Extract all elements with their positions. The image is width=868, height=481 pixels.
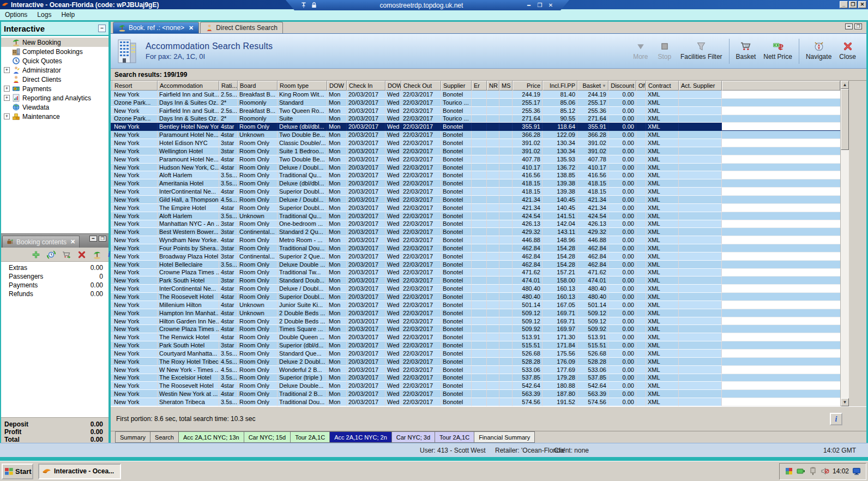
table-row[interactable]: New YorkAloft Harlem3.5s...Room OnlyTrad… — [111, 171, 840, 179]
toolbar-close-button[interactable]: Close — [835, 34, 860, 68]
table-row[interactable]: New YorkThe Excelsior Hotel3.5s...Room O… — [111, 374, 840, 382]
sidebar-item-payments[interactable]: +Payments — [1, 84, 108, 93]
column-header-act-supplier[interactable]: Act. Supplier — [679, 81, 722, 91]
taskbar-task-button[interactable]: Interactive - Ocea... — [38, 464, 121, 479]
table-row[interactable]: New YorkFairfield Inn and Suit...2.5s...… — [111, 107, 840, 115]
table-row[interactable]: New YorkBroadway Plaza Hotel3starContine… — [111, 252, 840, 261]
table-row[interactable]: New YorkFairfield Inn and Suit...2.5s...… — [111, 91, 840, 99]
table-row[interactable]: New YorkThe Roosevelt Hotel4starRoom Onl… — [111, 293, 840, 301]
vertical-scrollbar[interactable]: ▲ ▼ — [840, 81, 849, 406]
scroll-up-icon[interactable]: ▲ — [841, 81, 849, 89]
table-row[interactable]: New YorkSheraton Tribeca3.5s...Room Only… — [111, 398, 840, 406]
bottom-tab-search[interactable]: Search — [150, 431, 179, 443]
sidebar-item-administrator[interactable]: +Administrator — [1, 65, 108, 75]
sidebar-collapse-button[interactable]: – — [98, 25, 106, 32]
column-header-ms[interactable]: MS — [499, 81, 513, 91]
table-row[interactable]: Ozone Park...Days Inn & Suites Oz...2*Ro… — [111, 115, 840, 123]
column-header-dow[interactable]: DOW — [327, 81, 347, 91]
basket-move-icon[interactable] — [62, 250, 71, 259]
table-row[interactable]: New YorkBentley Hotel New York4starRoom … — [111, 123, 840, 131]
table-row[interactable]: New YorkHilton Garden Inn Ne...4starRoom… — [111, 317, 840, 326]
bottom-tab-car-nyc-3d[interactable]: Car NYC; 3d — [391, 431, 435, 443]
expand-icon[interactable]: + — [4, 86, 10, 92]
menu-logs[interactable]: Logs — [32, 9, 56, 20]
scrollbar-thumb[interactable] — [841, 89, 849, 150]
table-row[interactable]: New YorkThe Roosevelt Hotel4starRoom Onl… — [111, 382, 840, 390]
table-row[interactable]: New YorkThe Empire Hotel4starRoom OnlySu… — [111, 204, 840, 212]
menu-help[interactable]: Help — [56, 9, 80, 20]
booking-contents-minimize-button[interactable]: ━ — [89, 236, 97, 242]
table-row[interactable]: New YorkAloft Harlem3.5s...UnknownTradit… — [111, 212, 840, 220]
sidebar-item-quick-quotes[interactable]: Quick Quotes — [1, 56, 108, 65]
panel-maximize-button[interactable]: ❐ — [854, 23, 862, 29]
table-row[interactable]: New YorkPark South Hotel3starRoom OnlySu… — [111, 341, 840, 350]
palm-icon[interactable] — [93, 250, 101, 259]
table-row[interactable]: New YorkWyndham New Yorke...4starRoom On… — [111, 236, 840, 244]
column-header-discount[interactable]: Discount — [608, 81, 636, 91]
table-row[interactable]: New YorkBest Western Bower...3starContin… — [111, 228, 840, 236]
add-icon[interactable] — [32, 250, 40, 259]
bottom-tab-financial-summary[interactable]: Financial Summary — [474, 431, 535, 443]
table-row[interactable]: New YorkManhattan NYC - An ...3starRoom … — [111, 220, 840, 229]
info-icon[interactable]: i — [108, 250, 110, 259]
table-row[interactable]: New YorkW New York - Times ...4.5s...Roo… — [111, 366, 840, 374]
booking-contents-close-icon[interactable]: ✕ — [70, 238, 75, 245]
table-row[interactable]: New YorkGild Hall, a Thompson...4.5s...R… — [111, 196, 840, 204]
pin-icon[interactable] — [300, 2, 308, 9]
start-button[interactable]: Start — [2, 464, 33, 479]
bottom-tab-acc-2a-1c-nyc-13n[interactable]: Acc 2A,1C NYC; 13n — [178, 431, 244, 443]
toolbar-basket-button[interactable]: Basket — [732, 34, 760, 68]
menu-options[interactable]: Options — [0, 9, 32, 20]
table-row[interactable]: New YorkCrowne Plaza Times ...4starRoom … — [111, 325, 840, 333]
scroll-down-icon[interactable]: ▼ — [841, 398, 849, 406]
table-row[interactable]: New YorkParamount Hotel Ne...4starUnknow… — [111, 131, 840, 139]
expand-icon[interactable]: + — [4, 67, 10, 73]
table-row[interactable]: New YorkInterContinental Ne...4starRoom … — [111, 188, 840, 196]
column-header-dow[interactable]: DOW — [385, 81, 401, 91]
tab-close-icon[interactable]: ✕ — [189, 25, 194, 32]
sidebar-item-new-booking[interactable]: New Booking — [1, 38, 108, 47]
table-row[interactable]: New YorkPark South Hotel3starRoom OnlySt… — [111, 276, 840, 285]
bottom-tab-summary[interactable]: Summary — [115, 431, 150, 443]
refresh-icon[interactable] — [47, 250, 56, 259]
toolbar-stop-button[interactable]: Stop — [653, 34, 677, 68]
column-header-accommodation[interactable]: Accommodation — [158, 81, 219, 91]
toolbar-facilities-filter-button[interactable]: Facilities Filter — [677, 34, 726, 68]
bottom-tab-acc-2a-1c-nyc-2n[interactable]: Acc 2A,1C NYC; 2n — [329, 431, 392, 443]
booking-contents-maximize-button[interactable]: ❐ — [99, 236, 106, 242]
column-header-check-in[interactable]: Check In — [347, 81, 385, 91]
column-header-resort[interactable]: Resort — [112, 81, 158, 91]
sidebar-item-direct-clients[interactable]: Direct Clients — [1, 75, 108, 84]
table-row[interactable]: New YorkCrowne Plaza Times ...4starRoom … — [111, 269, 840, 277]
table-row[interactable]: New YorkFour Points by Shera...3starRoom… — [111, 244, 840, 252]
column-header-nr[interactable]: NR — [487, 81, 499, 91]
table-row[interactable]: New YorkCourtyard Manhatta...3.5s...Room… — [111, 350, 840, 358]
rdp-close-button[interactable]: ✕ — [546, 2, 555, 8]
maximize-button[interactable]: ❐ — [849, 1, 857, 8]
toolbar-nett-price-button[interactable]: Nett Price — [760, 34, 796, 68]
column-header-basket[interactable]: Basket▼ — [577, 81, 608, 91]
sidebar-item-viewdata[interactable]: Viewdata — [1, 103, 108, 112]
rdp-minimize-button[interactable]: ━ — [525, 2, 533, 8]
column-header-check-out[interactable]: Check Out — [401, 81, 441, 91]
bottom-tab-tour-2a-1c[interactable]: Tour 2A,1C — [435, 431, 474, 443]
hardware-tray-icon[interactable] — [809, 467, 817, 476]
column-header-rati[interactable]: Rati... — [219, 81, 238, 91]
sidebar-item-maintenance[interactable]: +Maintenance — [1, 112, 108, 121]
network-tray-icon[interactable] — [797, 467, 805, 476]
table-row[interactable]: New YorkThe Roxy Hotel Tribeca4.5s...Roo… — [111, 358, 840, 366]
table-row[interactable]: New YorkHampton Inn Manhat...4starUnknow… — [111, 309, 840, 317]
table-row[interactable]: New YorkHudson New York, C...4starRoom O… — [111, 164, 840, 172]
column-header-contract[interactable]: Contract — [646, 81, 679, 91]
table-row[interactable]: New YorkInterContinental Ne...4starRoom … — [111, 285, 840, 293]
tray-clock[interactable]: 14:02 — [833, 467, 849, 475]
volume-muted-tray-icon[interactable] — [821, 467, 829, 476]
table-row[interactable]: New YorkHotel Edison NYC3starRoom OnlyCl… — [111, 139, 840, 147]
sidebar-item-completed-bookings[interactable]: Completed Bookings — [1, 47, 108, 56]
toolbar-more-button[interactable]: More — [629, 34, 653, 68]
column-header-supplier[interactable]: Supplier — [441, 81, 472, 91]
expand-icon[interactable]: + — [4, 95, 10, 101]
table-row[interactable]: New YorkThe Renwick Hotel4starRoom OnlyD… — [111, 333, 840, 341]
info-button[interactable]: i — [830, 413, 842, 425]
tab-direct-clients-search[interactable]: Direct Clients Search — [200, 22, 283, 33]
